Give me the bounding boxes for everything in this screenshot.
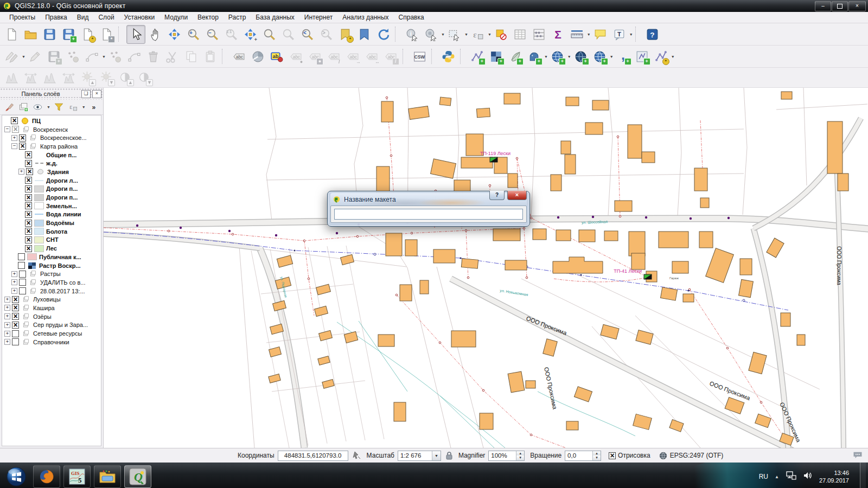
layer-tree-item[interactable]: Дороги л...	[2, 176, 101, 185]
layer-visibility-checkbox[interactable]	[18, 262, 25, 269]
tree-expander-icon[interactable]: +	[4, 339, 10, 345]
layer-visibility-checkbox[interactable]	[25, 228, 32, 235]
node-tool-dropdown-icon[interactable]: ▼	[102, 55, 106, 59]
layer-swatch-icon[interactable]	[34, 228, 44, 235]
layer-tree-item[interactable]: Растр Воскр...	[2, 261, 101, 270]
menu-интернет[interactable]: Интернет	[299, 12, 337, 22]
layer-visibility-checkbox[interactable]	[25, 177, 32, 184]
layer-visibility-checkbox[interactable]	[19, 271, 26, 278]
tree-expander-icon[interactable]: +	[4, 305, 10, 311]
map-canvas[interactable]: ТП-119 ЛескиТП-41 ЛескиГаражул. Шоссейна…	[104, 88, 868, 448]
layer-label[interactable]: Дороги п...	[46, 194, 78, 201]
layer-tree-item[interactable]: ж.д.	[2, 159, 101, 168]
layer-tree-item[interactable]: −Карта района	[2, 142, 101, 151]
new-shapefile-layer-button[interactable]: *	[652, 48, 670, 66]
layer-tree-item[interactable]: Дороги п...	[2, 193, 101, 202]
show-sum-button[interactable]	[549, 25, 567, 43]
layer-label[interactable]: Публичная к...	[39, 254, 81, 260]
identify-features-button[interactable]	[403, 25, 421, 43]
menu-модули[interactable]: Модули	[159, 12, 193, 22]
select-features-dropdown-icon[interactable]: ▼	[464, 33, 468, 36]
add-virtual-layer-button[interactable]: +	[633, 48, 651, 66]
zoom-last-button[interactable]: <	[298, 25, 316, 43]
menu-слой[interactable]: Слой	[93, 12, 119, 22]
manage-visibility-button[interactable]	[32, 101, 44, 113]
open-attribute-table-button[interactable]	[511, 25, 529, 43]
save-project-button[interactable]	[41, 25, 59, 43]
layer-label[interactable]: 28.08.2017 13:...	[40, 288, 85, 294]
layer-visibility-checkbox[interactable]	[25, 245, 32, 252]
layer-tree-item[interactable]: Общие п...	[2, 151, 101, 159]
layer-swatch-icon[interactable]	[34, 236, 44, 243]
taskbar-firefox[interactable]	[33, 465, 60, 488]
layer-visibility-checkbox[interactable]	[12, 313, 19, 320]
layer-swatch-icon[interactable]	[34, 185, 44, 192]
layer-swatch-icon[interactable]	[21, 126, 31, 133]
magnifier-spinbox[interactable]: 100% ▲▼	[488, 451, 525, 461]
layer-visibility-checkbox[interactable]	[25, 194, 32, 201]
scale-dropdown-icon[interactable]: ▼	[432, 451, 441, 460]
layer-swatch-icon[interactable]	[28, 288, 38, 294]
tree-expander-icon[interactable]: +	[11, 288, 17, 294]
layer-tree-item[interactable]: Лес	[2, 244, 101, 253]
layer-visibility-checkbox[interactable]	[19, 134, 26, 142]
metasearch-csw-button[interactable]	[411, 48, 429, 66]
show-desktop-button[interactable]	[860, 463, 866, 488]
zoom-out-button[interactable]: −	[203, 25, 221, 43]
layer-tree-item[interactable]: +Здания	[2, 168, 101, 176]
show-bookmarks-button[interactable]	[355, 25, 373, 43]
diagram-options-button[interactable]	[249, 48, 267, 66]
layer-label[interactable]: Справочники	[33, 339, 69, 345]
minimize-button[interactable]: –	[815, 1, 831, 11]
filter-legend-button[interactable]	[53, 101, 65, 113]
layer-swatch-icon[interactable]	[34, 245, 44, 252]
layer-swatch-icon[interactable]	[34, 220, 44, 226]
layer-tree-item[interactable]: Болота	[2, 227, 101, 236]
tree-expander-icon[interactable]: +	[11, 279, 17, 285]
layer-tree-item[interactable]: +Луховицы	[2, 295, 101, 304]
layer-tree-item[interactable]: +Сер пруды и Зара...	[2, 321, 101, 330]
layer-label[interactable]: Дороги п...	[46, 185, 78, 192]
layer-visibility-checkbox[interactable]	[12, 330, 19, 337]
measure-dropdown-icon[interactable]: ▼	[587, 33, 591, 36]
layer-tree-item[interactable]: Вода линии	[2, 210, 101, 219]
add-wms-wmts-layer-dropdown-icon[interactable]: ▼	[567, 55, 571, 59]
layer-visibility-checkbox[interactable]	[19, 143, 26, 150]
layer-label[interactable]: Водоёмы	[46, 220, 74, 226]
layer-tree-item[interactable]: +Озёры	[2, 312, 101, 321]
layer-label[interactable]: Болота	[46, 228, 67, 235]
new-bookmark-button[interactable]: *	[336, 25, 354, 43]
tray-clock[interactable]: 13:46 27.09.2017	[819, 469, 849, 484]
add-spatialite-layer-button[interactable]: +	[506, 48, 524, 66]
layer-visibility-checkbox[interactable]	[25, 185, 32, 192]
coordinates-input[interactable]: 484831.5,6120793.0	[278, 451, 348, 461]
menu-анализ-данных[interactable]: Анализ данных	[337, 12, 393, 22]
layer-swatch-icon[interactable]	[27, 254, 37, 260]
new-project-button[interactable]	[3, 25, 21, 43]
new-shapefile-layer-dropdown-icon[interactable]: ▼	[671, 55, 675, 59]
run-feature-action-button[interactable]	[422, 25, 440, 43]
layer-label[interactable]: Вода линии	[46, 211, 81, 217]
layer-label[interactable]: Воскресенское...	[40, 134, 87, 141]
menu-установки[interactable]: Установки	[119, 12, 159, 22]
tree-expander-icon[interactable]: +	[4, 313, 10, 319]
add-delimited-text-layer-button[interactable]: +	[614, 48, 632, 66]
layer-swatch-icon[interactable]	[28, 271, 38, 277]
layer-swatch-icon[interactable]	[20, 118, 30, 124]
layer-tree-item[interactable]: Публичная к...	[2, 253, 101, 261]
layer-tree-item[interactable]: СНТ	[2, 236, 101, 245]
layer-swatch-icon[interactable]	[34, 152, 44, 158]
layer-swatch-icon[interactable]	[28, 279, 38, 286]
layer-tree-item[interactable]: Земельн...	[2, 202, 101, 210]
layer-label[interactable]: ПЦ	[32, 118, 41, 124]
magnifier-spin-arrows[interactable]: ▲▼	[516, 451, 524, 460]
panel-float-button[interactable]: ❏	[81, 90, 91, 98]
layer-labeling-button[interactable]	[268, 48, 286, 66]
layer-swatch-icon[interactable]	[21, 330, 31, 337]
layout-name-input[interactable]	[334, 209, 523, 220]
layer-visibility-checkbox[interactable]	[25, 202, 32, 209]
layer-visibility-checkbox[interactable]	[25, 236, 32, 243]
layer-swatch-icon[interactable]	[34, 177, 44, 184]
layer-visibility-checkbox[interactable]	[25, 211, 32, 218]
menu-вектор[interactable]: Вектор	[193, 12, 224, 22]
